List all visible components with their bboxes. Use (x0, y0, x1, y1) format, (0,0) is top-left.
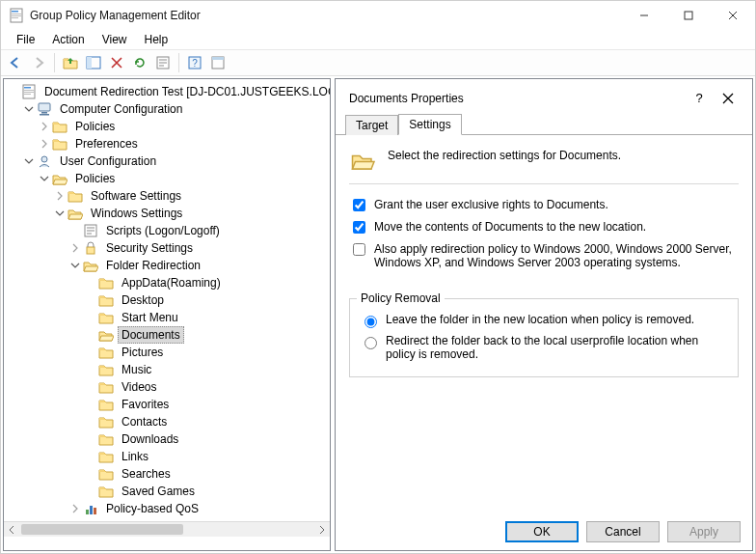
expander-icon[interactable] (37, 171, 52, 186)
tree-item-desktop[interactable]: Desktop (6, 291, 328, 309)
tree-item-videos[interactable]: Videos (6, 378, 328, 396)
dialog-close-button[interactable] (714, 86, 742, 111)
tree-horizontal-scrollbar[interactable] (4, 521, 330, 537)
toolbar-delete-button[interactable] (106, 52, 127, 73)
menu-help[interactable]: Help (137, 31, 176, 48)
checkbox-input[interactable] (353, 221, 365, 234)
tree-item-appdata[interactable]: AppData(Roaming) (6, 274, 328, 291)
svg-rect-20 (212, 57, 224, 60)
expander-icon[interactable] (52, 188, 68, 204)
checkbox-label: Also apply redirection policy to Windows… (374, 242, 739, 269)
expander-icon[interactable] (52, 206, 68, 221)
tree-user-policies[interactable]: Policies (6, 170, 328, 187)
tree-user-config[interactable]: User Configuration (6, 152, 328, 170)
window-close-button[interactable] (711, 1, 755, 30)
scroll-thumb[interactable] (21, 524, 183, 535)
tree-label: Policy-based QoS (102, 500, 202, 517)
tree-item-music[interactable]: Music (6, 361, 328, 378)
menu-view[interactable]: View (94, 31, 135, 48)
expander-icon[interactable] (68, 501, 83, 516)
window-maximize-button[interactable] (666, 1, 711, 30)
tree-comp-policies[interactable]: Policies (6, 118, 328, 135)
radio-input[interactable] (364, 316, 377, 328)
radio-input[interactable] (364, 337, 377, 349)
toolbar-properties-button[interactable] (207, 52, 229, 73)
window-title: Group Policy Management Editor (30, 9, 622, 22)
tab-settings[interactable]: Settings (398, 114, 461, 135)
folder-icon (52, 136, 68, 152)
expander-icon[interactable] (37, 119, 52, 134)
window-minimize-button[interactable] (622, 1, 666, 30)
cancel-button[interactable]: Cancel (586, 521, 660, 542)
toolbar-showhide-tree-button[interactable] (83, 52, 104, 73)
scroll-track[interactable] (19, 522, 314, 537)
checkbox-input[interactable] (353, 199, 365, 211)
tree-computer-config[interactable]: Computer Configuration (6, 100, 328, 118)
toolbar-back-button[interactable] (5, 52, 26, 73)
tree-item-savedgames[interactable]: Saved Games (6, 483, 328, 500)
tree-policy-based-qos[interactable]: Policy-based QoS (6, 500, 328, 517)
menu-file[interactable]: File (9, 31, 42, 48)
toolbar: ? (1, 49, 755, 76)
script-icon (83, 223, 98, 238)
tree-label: Downloads (118, 430, 182, 448)
radio-leave-folder[interactable]: Leave the folder in the new location whe… (360, 313, 728, 328)
svg-text:?: ? (695, 92, 702, 105)
scroll-left-button[interactable] (4, 522, 19, 537)
toolbar-up-button[interactable] (60, 52, 81, 73)
tree-scripts[interactable]: Scripts (Logon/Logoff) (6, 222, 328, 239)
tree-label: Security Settings (102, 239, 197, 257)
expander-icon[interactable] (21, 101, 37, 117)
folder-icon (98, 431, 114, 447)
tree-label: AppData(Roaming) (118, 274, 225, 291)
tabstrip: Target Settings (336, 114, 752, 135)
tree-item-links[interactable]: Links (6, 448, 328, 465)
toolbar-refresh-button[interactable] (129, 52, 150, 73)
checkbox-input[interactable] (353, 243, 365, 256)
tree-label: Folder Redirection (102, 257, 204, 274)
toolbar-export-button[interactable] (152, 52, 174, 73)
policy-icon (21, 84, 37, 99)
tree-windows-settings[interactable]: Windows Settings (6, 205, 328, 222)
tree-root[interactable]: Document Redirection Test [DJ-DC01.JUSTG… (6, 83, 328, 100)
expander-icon[interactable] (68, 258, 83, 273)
tree-label: Documents (118, 326, 184, 344)
scroll-right-button[interactable] (314, 522, 330, 537)
menu-action[interactable]: Action (44, 31, 92, 48)
computer-icon (37, 101, 52, 117)
ok-button[interactable]: OK (505, 521, 579, 542)
properties-dialog: Documents Properties ? Target Settings S… (335, 78, 753, 551)
toolbar-help-button[interactable]: ? (184, 52, 205, 73)
tree-item-startmenu[interactable]: Start Menu (6, 309, 328, 326)
folder-icon (98, 449, 114, 464)
expander-icon[interactable] (37, 136, 52, 152)
checkbox-exclusive-rights[interactable]: Grant the user exclusive rights to Docum… (349, 198, 739, 214)
tree-item-documents[interactable]: Documents (6, 326, 328, 344)
tree-label: Software Settings (87, 187, 185, 205)
checkbox-legacy-apply[interactable]: Also apply redirection policy to Windows… (349, 242, 739, 269)
user-icon (37, 153, 52, 169)
tab-target[interactable]: Target (345, 115, 398, 135)
checkbox-label: Move the contents of Documents to the ne… (374, 220, 646, 234)
tree-label: Policies (71, 118, 119, 135)
toolbar-forward-button[interactable] (28, 52, 49, 73)
fieldset-title: Policy Removal (357, 291, 445, 305)
tree-item-searches[interactable]: Searches (6, 465, 328, 483)
expander-icon[interactable] (68, 240, 83, 256)
apply-button[interactable]: Apply (667, 521, 741, 542)
checkbox-move-contents[interactable]: Move the contents of Documents to the ne… (349, 220, 739, 236)
expander-icon[interactable] (21, 153, 37, 169)
tree-software-settings[interactable]: Software Settings (6, 187, 328, 205)
tree-item-contacts[interactable]: Contacts (6, 413, 328, 430)
tree-item-pictures[interactable]: Pictures (6, 344, 328, 361)
tree-comp-preferences[interactable]: Preferences (6, 135, 328, 152)
tree-label: Pictures (118, 344, 167, 361)
tree-item-favorites[interactable]: Favorites (6, 396, 328, 413)
tree-pane[interactable]: Document Redirection Test [DJ-DC01.JUSTG… (3, 78, 331, 551)
tree-item-downloads[interactable]: Downloads (6, 430, 328, 448)
tree-folder-redirection[interactable]: Folder Redirection (6, 257, 328, 274)
tree-security-settings[interactable]: Security Settings (6, 239, 328, 257)
radio-label: Redirect the folder back to the local us… (386, 334, 728, 361)
radio-redirect-back[interactable]: Redirect the folder back to the local us… (360, 334, 728, 361)
dialog-context-help-button[interactable]: ? (685, 86, 714, 111)
